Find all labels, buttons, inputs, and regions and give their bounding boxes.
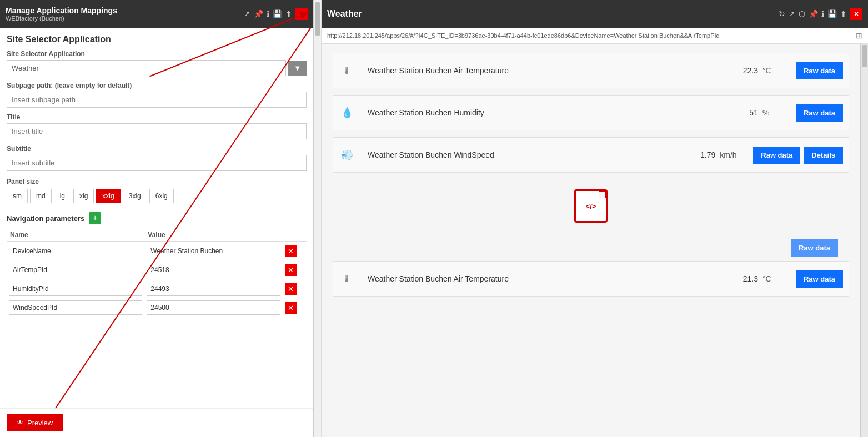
nav-value-input-0[interactable] [147, 244, 280, 258]
right-panel: Weather ↻ ↗ ⬡ 📌 ℹ 💾 ⬆ × http://212.18.20… [322, 0, 868, 437]
pin-icon-right[interactable]: 📌 [809, 9, 818, 18]
nav-param-row: ✕ [7, 298, 307, 317]
panel-btn-lg[interactable]: lg [54, 189, 71, 203]
delete-nav-param-button-0[interactable]: ✕ [285, 245, 297, 257]
right-panel-close-button[interactable]: × [850, 8, 862, 20]
delete-nav-param-button-1[interactable]: ✕ [285, 264, 297, 276]
row-actions-2: Raw dataDetails [747, 147, 849, 164]
data-row: 🌡 Weather Station Buchen Air Temperature… [333, 53, 849, 88]
row-icon-2: 💨 [333, 149, 361, 161]
right-header: Weather ↻ ↗ ⬡ 📌 ℹ 💾 ⬆ × [322, 0, 868, 28]
nav-value-input-1[interactable] [147, 263, 280, 277]
data-row: 🌡 Weather Station Buchen Air Temperature… [333, 261, 849, 297]
row-actions-0: Raw data [790, 62, 849, 79]
raw-data-button-1[interactable]: Raw data [796, 104, 843, 122]
info-icon-right[interactable]: ℹ [821, 9, 824, 18]
upload-icon-right[interactable]: ⬆ [840, 9, 847, 18]
code-placeholder: </> [333, 184, 849, 228]
nav-name-input-0[interactable] [9, 244, 142, 258]
right-scrollbar[interactable] [860, 44, 868, 437]
nav-params-label: Navigation parameters [7, 214, 84, 223]
app-selector-input[interactable] [7, 60, 286, 76]
subpage-input[interactable] [7, 92, 307, 108]
save-icon[interactable]: 💾 [273, 9, 282, 18]
row-label-2: Weather Station Buchen WindSpeed [361, 146, 675, 164]
panel-btn-xlg[interactable]: xlg [73, 189, 94, 203]
open-tab-icon[interactable]: ⬡ [799, 9, 805, 18]
row-icon-1: 💧 [333, 107, 361, 119]
row-label-0: Weather Station Buchen Air Temperature [361, 62, 718, 79]
floating-raw-data-button[interactable]: Raw data [791, 239, 838, 257]
open-icon-right[interactable]: ↗ [789, 9, 795, 18]
nav-name-input-1[interactable] [9, 263, 142, 277]
add-nav-param-button[interactable]: + [89, 212, 101, 224]
row-icon-3: 🌡 [333, 273, 361, 285]
row-label-3: Weather Station Buchen Air Temperature [361, 270, 718, 288]
row-value-3: 21.3 [718, 274, 762, 283]
data-row: 💨 Weather Station Buchen WindSpeed 1.79 … [333, 137, 849, 173]
raw-data-button-3[interactable]: Raw data [796, 270, 843, 288]
nav-params-table: Name Value ✕ ✕ ✕ ✕ [7, 229, 307, 317]
row-value-0: 22.3 [718, 66, 762, 75]
panel-btn-md[interactable]: md [30, 189, 52, 203]
left-panel-subtitle: WEBfactory (Buchen) [6, 15, 117, 22]
app-selector-label: Site Selector Application [7, 50, 307, 58]
url-bar: http://212.18.201.245/apps/26/#/?I4C_SIT… [322, 28, 868, 44]
left-panel: Manage Application Mappings WEBfactory (… [0, 0, 314, 437]
row-unit-0: °C [762, 66, 790, 75]
app-selector-toggle[interactable]: ▼ [288, 61, 307, 76]
subtitle-input[interactable] [7, 155, 307, 171]
nav-value-input-2[interactable] [147, 282, 280, 296]
data-row: 💧 Weather Station Buchen Humidity 51 % R… [333, 95, 849, 130]
col-actions-header [283, 229, 307, 242]
url-text: http://212.18.201.245/apps/26/#/?I4C_SIT… [327, 32, 852, 39]
reload-icon[interactable]: ↻ [779, 9, 785, 18]
preview-label: Preview [27, 419, 53, 427]
grid-icon[interactable]: ⊞ [856, 31, 862, 40]
row-value-2: 1.79 [675, 150, 720, 159]
row-actions-3: Raw data [790, 270, 849, 288]
right-scroll-thumb [862, 45, 867, 67]
panel-size-label: Panel size [7, 178, 307, 185]
floating-rawdata: Raw data [333, 239, 849, 257]
delete-nav-param-button-2[interactable]: ✕ [285, 283, 297, 295]
delete-nav-param-button-3[interactable]: ✕ [285, 302, 297, 314]
title-input[interactable] [7, 123, 307, 139]
row-unit-2: km/h [720, 150, 747, 159]
upload-icon[interactable]: ⬆ [285, 9, 292, 18]
save-icon-right[interactable]: 💾 [827, 9, 837, 18]
info-icon[interactable]: ℹ [267, 9, 269, 18]
panel-btn-3xlg[interactable]: 3xlg [123, 189, 147, 203]
raw-data-button-2[interactable]: Raw data [753, 147, 800, 164]
nav-name-input-2[interactable] [9, 282, 142, 296]
panel-btn-xxlg[interactable]: xxlg [96, 189, 120, 203]
panel-btn-6xlg[interactable]: 6xlg [149, 189, 174, 203]
open-icon[interactable]: ↗ [244, 9, 250, 18]
row-value-1: 51 [718, 108, 762, 117]
left-panel-close-button[interactable]: × [295, 8, 308, 20]
left-header-text: Manage Application Mappings WEBfactory (… [6, 6, 117, 22]
nav-param-row: ✕ [7, 279, 307, 298]
details-button-2[interactable]: Details [804, 147, 843, 164]
col-value-header: Value [144, 229, 282, 242]
pin-icon[interactable]: 📌 [254, 9, 263, 18]
col-name-header: Name [7, 229, 144, 242]
section-main-title: Site Selector Application [7, 34, 307, 44]
left-scroll [314, 0, 322, 437]
right-header-icons: ↻ ↗ ⬡ 📌 ℹ 💾 ⬆ × [779, 8, 862, 20]
subtitle-label: Subtitle [7, 145, 307, 153]
raw-data-button-0[interactable]: Raw data [796, 62, 843, 79]
right-panel-title: Weather [327, 9, 362, 19]
nav-name-input-3[interactable] [9, 300, 142, 315]
right-content: 🌡 Weather Station Buchen Air Temperature… [322, 44, 860, 437]
preview-button[interactable]: 👁 Preview [7, 414, 63, 431]
left-header: Manage Application Mappings WEBfactory (… [0, 0, 313, 28]
panel-size-buttons: sm md lg xlg xxlg 3xlg 6xlg [7, 189, 307, 203]
scroll-thumb[interactable] [315, 2, 320, 36]
nav-param-row: ✕ [7, 242, 307, 261]
row-actions-1: Raw data [790, 104, 849, 122]
left-panel-title: Manage Application Mappings [6, 6, 117, 15]
panel-btn-sm[interactable]: sm [7, 189, 28, 203]
nav-value-input-3[interactable] [147, 300, 280, 315]
left-footer: 👁 Preview [0, 408, 313, 437]
